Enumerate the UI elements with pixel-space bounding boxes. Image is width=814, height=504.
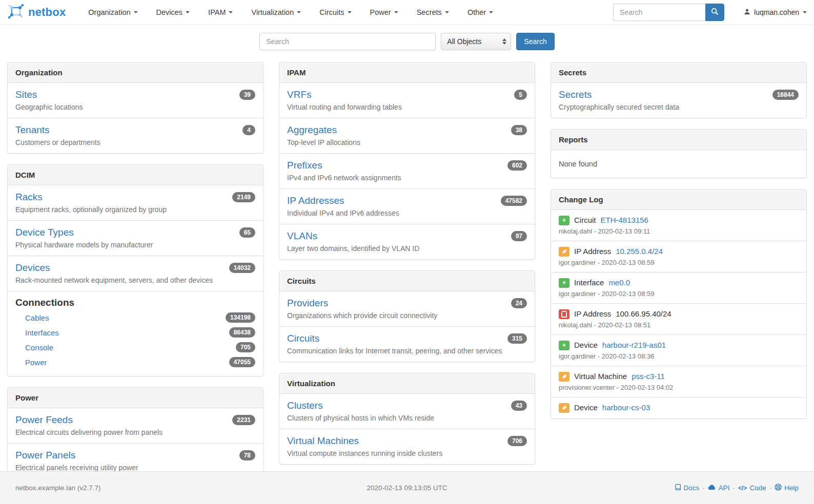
secrets-count-badge: 16844	[772, 90, 799, 100]
navbar-search-button[interactable]	[705, 4, 724, 21]
virtual-machines-link[interactable]: Virtual Machines	[287, 435, 359, 447]
netbox-logo-icon	[7, 3, 25, 22]
vrfs-link[interactable]: VRFs	[287, 89, 312, 100]
clusters-count-badge: 43	[511, 401, 527, 411]
code-link[interactable]: </> Code	[738, 484, 766, 492]
search-icon	[711, 8, 719, 17]
list-item: Tenants 4 Customers or departments	[8, 118, 263, 153]
vlans-link[interactable]: VLANs	[287, 230, 317, 242]
console-link[interactable]: Console	[25, 343, 53, 352]
navbar-search-input[interactable]	[613, 4, 705, 21]
power-connections-count-badge: 47055	[229, 357, 255, 367]
change-meta: igor.gardiner - 2020-02-13 08:59	[559, 290, 799, 298]
add-icon	[559, 216, 569, 225]
clusters-link[interactable]: Clusters	[287, 400, 323, 411]
docs-link[interactable]: Docs	[675, 484, 700, 492]
global-search-input[interactable]	[259, 33, 436, 50]
reports-empty-text: None found	[551, 150, 806, 178]
changelog-entry: Circuit ETH-4813156 nikolaj.dahl - 2020-…	[551, 210, 806, 241]
interfaces-count-badge: 86438	[229, 327, 255, 338]
menu-ipam[interactable]: IPAM	[208, 8, 233, 16]
changelog-entry: IP Address 100.66.95.40/24 nikolaj.dahl …	[551, 303, 806, 334]
item-description: Clusters of physical hosts in which VMs …	[287, 414, 527, 423]
list-item: Interfaces 86438	[15, 325, 255, 340]
menu-power[interactable]: Power	[370, 8, 398, 16]
change-object-link[interactable]: harbour-r219-as01	[602, 340, 666, 351]
chevron-down-icon	[134, 11, 138, 13]
secrets-link[interactable]: Secrets	[559, 89, 592, 100]
ip-addresses-count-badge: 47582	[501, 196, 527, 206]
edit-icon	[559, 403, 569, 413]
tenants-link[interactable]: Tenants	[15, 124, 50, 136]
menu-virtualization[interactable]: Virtualization	[251, 8, 301, 16]
change-meta: nikolaj.dahl - 2020-02-13 08:51	[559, 321, 799, 329]
sites-link[interactable]: Sites	[15, 89, 37, 100]
list-item: VLANs 97 Layer two domains, identified b…	[279, 224, 535, 259]
menu-devices[interactable]: Devices	[156, 8, 190, 16]
list-item: Device Types 65 Physical hardware models…	[8, 220, 263, 256]
edit-icon	[559, 372, 569, 382]
change-object-link[interactable]: ETH-4813156	[601, 215, 648, 226]
change-object-type: Circuit	[574, 215, 596, 226]
cables-link[interactable]: Cables	[25, 313, 49, 322]
prefixes-link[interactable]: Prefixes	[287, 159, 322, 171]
changelog-entry: Device harbour-cs-03	[551, 397, 806, 418]
panel-heading: DCIM	[8, 165, 263, 185]
change-object-label: 100.66.95.40/24	[616, 308, 671, 320]
search-scope-select[interactable]: All Objects	[441, 33, 511, 50]
providers-link[interactable]: Providers	[287, 297, 328, 309]
change-object-link[interactable]: 10.255.0.4/24	[616, 246, 663, 257]
change-object-link[interactable]: pss-c3-11	[632, 371, 665, 382]
item-description: Physical hardware models by manufacturer	[15, 241, 255, 249]
power-connections-link[interactable]: Power	[25, 358, 47, 367]
device-types-link[interactable]: Device Types	[15, 226, 74, 238]
select-stepper-icon	[502, 38, 506, 45]
menu-secrets[interactable]: Secrets	[417, 8, 449, 16]
user-menu[interactable]: luqman.cohen	[744, 8, 807, 17]
chevron-down-icon	[803, 11, 807, 13]
item-description: Electrical circuits delivering power fro…	[15, 428, 255, 437]
list-item: Console 705	[15, 340, 255, 355]
power-panels-link[interactable]: Power Panels	[15, 449, 75, 461]
virtualization-panel: Virtualization Clusters 43 Clusters of p…	[279, 373, 535, 465]
change-object-link[interactable]: harbour-cs-03	[602, 402, 650, 413]
changelog-entry: IP Address 10.255.0.4/24 igor.gardiner -…	[551, 241, 806, 272]
separator: ·	[733, 484, 736, 492]
racks-link[interactable]: Racks	[15, 191, 43, 203]
interfaces-link[interactable]: Interfaces	[25, 328, 59, 337]
separator: ·	[769, 484, 772, 492]
api-link[interactable]: API	[708, 484, 730, 492]
page-footer: netbox.example.lan (v2.7.7) 2020-02-13 0…	[0, 471, 814, 504]
item-description: IPv4 and IPv6 network assignments	[287, 174, 527, 182]
menu-other[interactable]: Other	[467, 8, 493, 16]
list-item: Secrets 16844 Cryptographically secured …	[551, 83, 806, 118]
list-item: Clusters 43 Clusters of physical hosts i…	[279, 394, 535, 429]
middle-column: IPAM VRFs 5 Virtual routing and forwardi…	[279, 62, 535, 475]
change-object-link[interactable]: me0.0	[608, 277, 630, 288]
change-object-type: IP Address	[574, 308, 611, 320]
item-description: Communication links for Internet transit…	[287, 347, 527, 355]
book-icon	[675, 484, 681, 492]
help-link[interactable]: Help	[775, 484, 799, 492]
menu-organization[interactable]: Organization	[88, 8, 137, 16]
circuits-link[interactable]: Circuits	[287, 332, 319, 344]
dcim-panel: DCIM Racks 2149 Equipment racks, optiona…	[7, 164, 263, 376]
navbar-search-form	[613, 4, 724, 21]
global-search-button[interactable]: Search	[516, 33, 554, 50]
aggregates-link[interactable]: Aggregates	[287, 124, 337, 136]
chevron-down-icon	[186, 11, 190, 13]
change-meta: igor.gardiner - 2020-02-13 08:59	[559, 259, 799, 267]
menu-circuits[interactable]: Circuits	[319, 8, 351, 16]
netbox-brand[interactable]: netbox	[7, 3, 66, 22]
chevron-down-icon	[445, 11, 449, 13]
search-scope-value: All Objects	[447, 37, 481, 46]
chevron-down-icon	[489, 11, 493, 13]
change-object-type: Device	[574, 340, 598, 351]
power-feeds-link[interactable]: Power Feeds	[15, 414, 73, 426]
right-column: Secrets Secrets 16844 Cryptographically …	[551, 62, 807, 430]
item-description: Geographic locations	[15, 103, 255, 112]
list-item: Sites 39 Geographic locations	[8, 83, 263, 118]
devices-link[interactable]: Devices	[15, 262, 50, 274]
ip-addresses-link[interactable]: IP Addresses	[287, 195, 344, 206]
vrfs-count-badge: 5	[514, 90, 527, 100]
